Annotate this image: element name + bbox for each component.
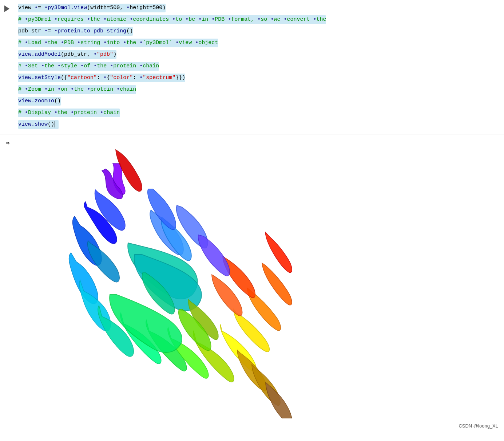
watermark-text: CSDN @loong_XL [459, 423, 498, 429]
code-text-11: view.show() [18, 120, 59, 129]
watermark: CSDN @loong_XL [459, 423, 498, 429]
code-text-7: view.setStyle({"cartoon": •{"color": •"s… [18, 74, 185, 82]
output-arrow-icon: ⇒ [6, 139, 10, 147]
code-text-6: # •Set •the •style •of •the •protein •ch… [18, 62, 159, 71]
code-line-3: pdb_str •= •protein.to_pdb_string() [0, 26, 504, 38]
code-text-1: view •= •py3Dmol.view(width=500, •height… [18, 4, 166, 12]
code-line-10: # •Display •the •protein •chain [0, 108, 504, 119]
protein-visualization [29, 134, 295, 418]
code-text-8: # •Zoom •in •on •the •protein •chain [18, 85, 136, 94]
code-text-10: # •Display •the •protein •chain [18, 109, 120, 117]
code-text-4: # •Load •the •PDB •string •into •the •`p… [18, 39, 218, 47]
output-section: ⇒ [0, 134, 504, 433]
code-line-6: # •Set •the •style •of •the •protein •ch… [0, 61, 504, 73]
code-block: view •= •py3Dmol.view(width=500, •height… [0, 0, 504, 134]
code-text-9: view.zoomTo() [18, 97, 61, 106]
protein-svg [29, 134, 295, 418]
code-line-2: # •py3Dmol •requires •the •atomic •coord… [0, 15, 504, 26]
output-icon: ⇒ [3, 138, 12, 147]
code-text-2: # •py3Dmol •requires •the •atomic •coord… [18, 15, 326, 24]
code-text-3: pdb_str •= •protein.to_pdb_string() [18, 27, 133, 36]
run-button[interactable] [3, 5, 11, 13]
code-line-1: view •= •py3Dmol.view(width=500, •height… [0, 3, 504, 15]
code-line-4: # •Load •the •PDB •string •into •the •`p… [0, 38, 504, 50]
code-line-8: # •Zoom •in •on •the •protein •chain [0, 84, 504, 96]
code-line-11: view.show() [0, 119, 504, 131]
code-line-7: view.setStyle({"cartoon": •{"color": •"s… [0, 73, 504, 84]
code-text-5: view.addModel(pdb_str, •"pdb") [18, 50, 116, 59]
code-line-9: view.zoomTo() [0, 96, 504, 108]
code-line-5: view.addModel(pdb_str, •"pdb") [0, 50, 504, 61]
